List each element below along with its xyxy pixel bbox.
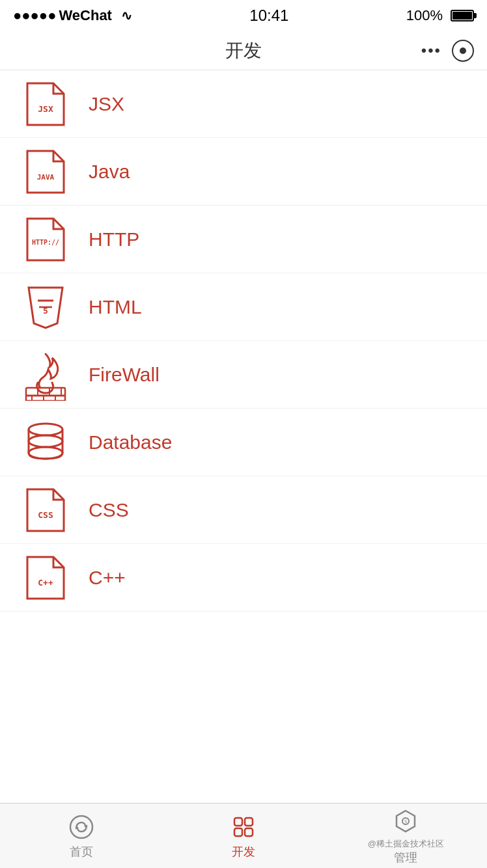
list-item-cpp[interactable]: C++ C++	[0, 544, 487, 612]
manage-tab-label: 管理	[394, 850, 417, 865]
java-label: Java	[89, 161, 130, 183]
cpp-icon: C++	[13, 545, 78, 610]
list-item-html[interactable]: 5 HTML	[0, 273, 487, 341]
svg-text:S: S	[404, 819, 407, 824]
list-item-java[interactable]: JAVA Java	[0, 138, 487, 206]
apps-icon	[230, 814, 257, 840]
home-tab-icon	[67, 813, 96, 841]
http-file-svg: HTTP://	[20, 213, 72, 265]
svg-rect-20	[234, 818, 242, 826]
dev-list: JSX JSX JAVA Java HTTP:// HTTP	[0, 70, 487, 803]
nav-title: 开发	[225, 38, 262, 63]
database-icon	[13, 410, 78, 475]
list-item-jsx[interactable]: JSX JSX	[0, 70, 487, 138]
firewall-svg	[20, 349, 72, 401]
css-icon: CSS	[13, 478, 78, 543]
jsx-file-svg: JSX	[20, 78, 72, 130]
html-icon: 5	[13, 275, 78, 340]
svg-point-12	[29, 424, 63, 435]
manage-tab-sublabel: @稀土掘金技术社区	[368, 838, 444, 850]
nav-bar: 开发 •••	[0, 31, 487, 70]
tab-home[interactable]: 首页	[0, 804, 162, 868]
miniprogram-icon	[68, 814, 94, 840]
tab-manage[interactable]: S @稀土掘金技术社区 管理	[325, 804, 487, 868]
manage-icon: S	[393, 808, 419, 834]
java-file-svg: JAVA	[20, 146, 72, 198]
database-svg	[20, 416, 72, 468]
battery-icon	[451, 10, 474, 21]
svg-text:JSX: JSX	[38, 104, 53, 114]
list-item-database[interactable]: Database	[0, 409, 487, 476]
svg-rect-4	[26, 388, 65, 396]
list-item-firewall[interactable]: FireWall	[0, 341, 487, 409]
list-item-http[interactable]: HTTP:// HTTP	[0, 206, 487, 273]
http-label: HTTP	[89, 228, 139, 251]
time-display: 10:41	[249, 7, 288, 25]
signal-dots: ●●●●●	[13, 7, 56, 24]
svg-text:JAVA: JAVA	[37, 173, 55, 182]
svg-rect-22	[234, 828, 242, 836]
svg-point-13	[29, 435, 63, 447]
database-label: Database	[89, 431, 172, 454]
firewall-label: FireWall	[89, 364, 160, 386]
cpp-file-svg: C++	[20, 552, 72, 604]
list-item-css[interactable]: CSS CSS	[0, 476, 487, 544]
tab-dev[interactable]: 开发	[162, 804, 324, 868]
record-icon	[460, 47, 466, 54]
wifi-icon: ∿	[115, 8, 132, 23]
css-label: CSS	[89, 499, 129, 521]
svg-rect-23	[245, 828, 253, 836]
svg-text:C++: C++	[38, 578, 53, 588]
battery-area: 100%	[406, 7, 474, 24]
carrier-signal: ●●●●● WeChat ∿	[13, 7, 132, 24]
nav-actions: •••	[421, 40, 474, 62]
tab-bar: 首页 开发 S @稀土掘金技术社区 管理	[0, 803, 487, 868]
battery-percent: 100%	[406, 7, 443, 24]
svg-text:HTTP://: HTTP://	[32, 239, 59, 246]
status-bar: ●●●●● WeChat ∿ 10:41 100%	[0, 0, 487, 31]
css-file-svg: CSS	[20, 484, 72, 536]
cpp-label: C++	[89, 567, 126, 589]
carrier-name: WeChat	[59, 7, 112, 24]
manage-tab-icon: S	[391, 807, 420, 835]
html-label: HTML	[89, 296, 142, 318]
firewall-icon	[13, 342, 78, 407]
svg-rect-21	[245, 818, 253, 826]
dev-tab-label: 开发	[232, 844, 255, 860]
record-button[interactable]	[452, 40, 474, 62]
svg-text:CSS: CSS	[38, 510, 53, 520]
more-button[interactable]: •••	[421, 42, 441, 60]
java-icon: JAVA	[13, 139, 78, 204]
dev-tab-icon	[229, 813, 258, 841]
http-icon: HTTP://	[13, 207, 78, 272]
svg-point-19	[70, 816, 92, 838]
html-shield-svg: 5	[20, 281, 72, 333]
jsx-label: JSX	[89, 93, 124, 115]
jsx-icon: JSX	[13, 72, 78, 137]
home-tab-label: 首页	[70, 844, 93, 860]
